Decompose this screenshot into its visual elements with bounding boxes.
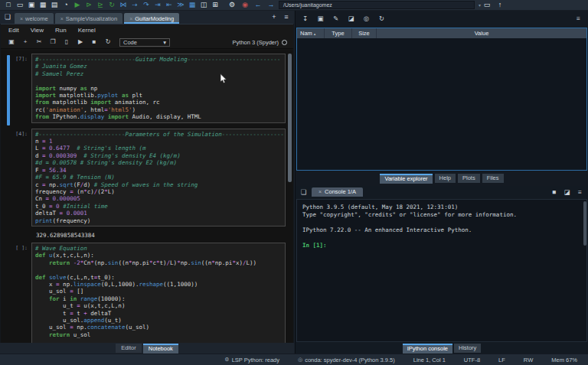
options-menu-icon[interactable]: ≡: [574, 14, 583, 24]
cell-editor[interactable]: #-------------------------Parameters of …: [31, 129, 286, 226]
continue-execution-icon[interactable]: ↷: [141, 0, 152, 10]
console-options-icon[interactable]: ≡: [576, 187, 584, 197]
working-directory-dropdown-icon[interactable]: ▾: [479, 2, 481, 8]
close-tab-icon[interactable]: ×: [129, 16, 132, 21]
paste-cell-icon[interactable]: ▯: [62, 37, 71, 47]
status-env-icon: ◎: [298, 357, 302, 363]
step-return-icon[interactable]: ⇤: [164, 0, 175, 10]
debug-file-icon[interactable]: ⋈: [118, 0, 129, 10]
console-banner: Python 3.9.5 (default, May 18 2021, 12:3…: [302, 204, 581, 242]
console-scrollbar[interactable]: [583, 201, 586, 246]
tab-history[interactable]: History: [454, 344, 481, 353]
add-cell-icon[interactable]: +: [21, 37, 30, 47]
notebook-content[interactable]: [7]:#----------------------------Guitar …: [1, 51, 293, 343]
code-line: # Samuel Perez: [35, 70, 282, 77]
console-tabbar: ❏ × Console 1/A ■◪≡: [296, 186, 588, 198]
switch-editor[interactable]: Editor: [116, 344, 142, 353]
tab-files[interactable]: Files: [482, 174, 504, 183]
kernel-status-icon: [282, 40, 287, 45]
re-run-icon[interactable]: ↻: [106, 0, 117, 10]
menu-view[interactable]: View: [31, 27, 44, 36]
fast-forward-icon[interactable]: ≫: [175, 0, 186, 10]
close-tab-icon[interactable]: ×: [60, 16, 64, 21]
save-data-icon[interactable]: ▣: [316, 14, 325, 24]
run-cell-icon[interactable]: ⊳: [83, 0, 94, 10]
cell-editor[interactable]: # Wave Equationdef u(x,t,c,L,n): return …: [31, 243, 286, 343]
status-lsp-icon: ⚙: [224, 357, 229, 363]
run-cell-advance-icon[interactable]: ⊵: [95, 0, 106, 10]
status-eol: LF: [498, 357, 505, 363]
import-data-icon[interactable]: ↧: [301, 14, 309, 24]
new-tab-icon[interactable]: +: [269, 12, 279, 22]
tab-welcome[interactable]: × welcome: [15, 13, 54, 24]
search-variable-icon[interactable]: ◎: [362, 14, 371, 24]
menu-edit[interactable]: Edit: [8, 27, 19, 36]
console-banner-line: IPython 7.22.0 -- An enhanced Interactiv…: [302, 226, 581, 234]
column-value[interactable]: Value: [377, 28, 586, 38]
tab-samplevisualization[interactable]: × SampleVisualization: [55, 13, 123, 24]
interrupt-kernel-icon[interactable]: ■: [90, 37, 99, 47]
step-into-icon[interactable]: ⇥: [152, 0, 163, 10]
open-file-icon[interactable]: ▭: [15, 0, 25, 10]
clear-console-icon[interactable]: ◪: [563, 187, 571, 197]
cell-editor[interactable]: #----------------------------Guitar Mode…: [31, 54, 286, 123]
tab-guitarmodeling[interactable]: × GuitarModeling: [124, 13, 179, 24]
code-line: return -2*Cn*(np.sin((n*np.pi*c*t)/L)*np…: [35, 259, 282, 266]
variable-table-body[interactable]: [297, 38, 586, 170]
cell-output: 329.6289858543384: [36, 232, 286, 239]
interrupt-kernel-icon[interactable]: ■: [550, 187, 558, 197]
console-body[interactable]: Python 3.9.5 (default, May 18 2021, 12:3…: [296, 199, 587, 342]
parent-directory-icon[interactable]: ↑: [495, 0, 505, 10]
tab-console-1a[interactable]: × Console 1/A: [312, 187, 363, 197]
variable-table-header: Nam ▴ Type Size Value: [297, 28, 586, 38]
open-directory-icon[interactable]: ▭: [482, 0, 492, 10]
run-current-line-icon[interactable]: ⇢: [129, 0, 140, 10]
run-cell-icon[interactable]: ▶: [76, 37, 85, 47]
new-file-icon[interactable]: □: [3, 0, 14, 10]
notebook-scrollbar[interactable]: [288, 54, 292, 182]
code-line: frequency = (n*c)/(2*L): [35, 188, 282, 195]
panes-grid-icon[interactable]: ▤: [49, 0, 60, 10]
save-data-as-icon[interactable]: ✎: [332, 14, 340, 24]
restart-kernel-icon[interactable]: ↻: [103, 37, 113, 47]
forward-arrow-icon[interactable]: →: [266, 0, 276, 10]
browse-tabs-icon[interactable]: ❏: [299, 187, 308, 197]
status-cursor-position: Line 1, Col 1: [413, 357, 446, 363]
column-name[interactable]: Nam ▴: [297, 28, 325, 38]
run-file-icon[interactable]: ▶: [72, 0, 83, 10]
back-arrow-icon[interactable]: ←: [253, 0, 263, 10]
code-line: Cn = 0.000005: [35, 195, 282, 202]
tab-ipython-console[interactable]: IPython console: [403, 344, 452, 354]
menu-run[interactable]: Run: [55, 27, 67, 36]
maximize-pane-icon[interactable]: ⊞: [210, 0, 220, 10]
cut-cell-icon[interactable]: ✂: [34, 37, 44, 47]
column-type[interactable]: Type: [325, 28, 352, 38]
tab-plots[interactable]: Plots: [458, 174, 480, 183]
variable-explorer-toolbar: ↧▣✎◪◎↻ ≡: [296, 11, 588, 27]
working-directory-input[interactable]: /Users/juanitagomez: [279, 1, 475, 9]
browse-tabs-icon[interactable]: ❏: [2, 12, 13, 22]
menu-kernel[interactable]: Kernel: [78, 27, 96, 36]
remove-all-variables-icon[interactable]: ◪: [347, 14, 355, 24]
save-notebook-icon[interactable]: ▣: [7, 37, 16, 47]
switch-notebook[interactable]: Notebook: [143, 344, 178, 354]
tab-help[interactable]: Help: [435, 174, 456, 183]
gauge-icon[interactable]: ◔: [60, 0, 71, 10]
copy-cell-icon[interactable]: ❐: [48, 37, 57, 47]
tab-variable-explorer[interactable]: Variable explorer: [380, 174, 432, 184]
notebook-cell: [ ]:# Wave Equationdef u(x,t,c,L,n): ret…: [1, 243, 286, 343]
cell-type-select[interactable]: Code ▾: [119, 38, 170, 47]
close-tab-icon[interactable]: ×: [318, 189, 322, 194]
refresh-variables-icon[interactable]: ↻: [377, 14, 386, 24]
save-file-icon[interactable]: ▣: [26, 0, 37, 10]
breakpoints-icon[interactable]: ▦: [187, 0, 198, 10]
code-line: import numpy as np: [35, 85, 282, 92]
status-encoding: UTF-8: [464, 357, 480, 363]
close-tab-icon[interactable]: ×: [20, 16, 23, 21]
tab-menu-icon[interactable]: ≡: [281, 12, 292, 22]
wrench-icon[interactable]: ⚙: [227, 0, 237, 10]
save-all-icon[interactable]: ▦: [38, 0, 48, 10]
column-size[interactable]: Size: [352, 28, 377, 38]
spyder-debug-icon[interactable]: ◉: [240, 0, 250, 10]
layout-icon[interactable]: ◫: [198, 0, 209, 10]
